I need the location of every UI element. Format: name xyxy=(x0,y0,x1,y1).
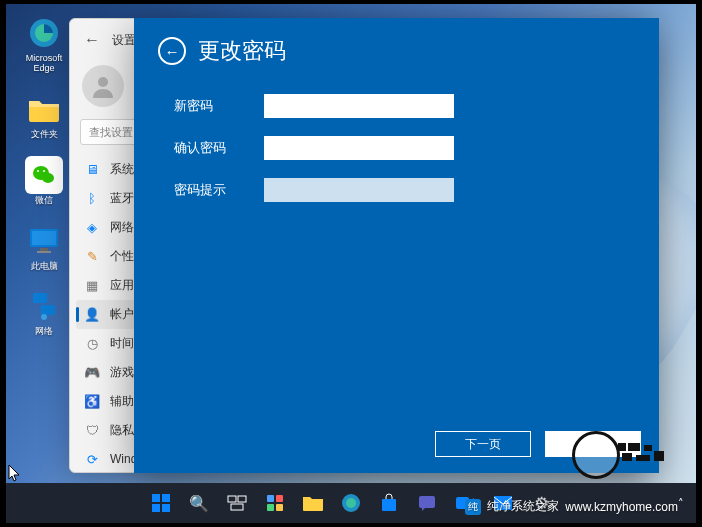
cursor-icon xyxy=(8,464,22,482)
desktop-icon-label: 网络 xyxy=(35,327,53,337)
monitor-icon xyxy=(25,222,63,260)
settings-title: 设置 xyxy=(112,32,136,49)
nav-icon: ▦ xyxy=(84,278,100,294)
svg-rect-17 xyxy=(162,504,170,512)
network-icon xyxy=(25,287,63,325)
nav-icon: ◷ xyxy=(84,336,100,352)
svg-rect-7 xyxy=(32,231,56,245)
svg-rect-11 xyxy=(41,305,55,315)
desktop-icon-label: 微信 xyxy=(35,196,53,206)
chevron-up-icon: ˄ xyxy=(678,497,684,510)
desktop-icon-label: Microsoft Edge xyxy=(15,54,73,74)
field-label: 密码提示 xyxy=(174,181,264,199)
nav-icon: 👤 xyxy=(84,307,100,323)
desktop-icon-folder[interactable]: 文件夹 xyxy=(14,90,74,140)
form-row-0: 新密码 xyxy=(174,94,619,118)
nav-label: 系统 xyxy=(110,161,134,178)
svg-rect-20 xyxy=(231,504,243,510)
taskview-button[interactable] xyxy=(220,486,254,520)
watermark-url: 纯 纯净系统之家 www.kzmyhome.com xyxy=(465,498,678,515)
nav-label: 应用 xyxy=(110,277,134,294)
field-label: 确认密码 xyxy=(174,139,264,157)
svg-rect-21 xyxy=(267,495,274,502)
site-logo-icon: 纯 xyxy=(465,499,481,515)
search-button[interactable]: 🔍 xyxy=(182,486,216,520)
svg-rect-28 xyxy=(419,496,435,508)
start-button[interactable] xyxy=(144,486,178,520)
widgets-button[interactable] xyxy=(258,486,292,520)
nav-label: 游戏 xyxy=(110,364,134,381)
modal-back-button[interactable]: ← xyxy=(158,37,186,65)
password-form: 新密码确认密码密码提示 xyxy=(134,86,659,228)
cancel-button[interactable] xyxy=(545,431,641,457)
svg-rect-22 xyxy=(276,495,283,502)
svg-rect-15 xyxy=(162,494,170,502)
confirm-password-input[interactable] xyxy=(264,136,454,160)
edge-icon xyxy=(25,14,63,52)
nav-icon: 🛡 xyxy=(84,423,100,439)
password-hint-input[interactable] xyxy=(264,178,454,202)
nav-icon: ✎ xyxy=(84,249,100,265)
svg-rect-10 xyxy=(33,293,47,303)
avatar-icon xyxy=(82,65,124,107)
nav-icon: ♿ xyxy=(84,394,100,410)
site-name: 纯净系统之家 xyxy=(487,498,559,515)
desktop-icons: Microsoft Edge 文件夹 微信 此电脑 网络 xyxy=(14,14,74,337)
svg-rect-18 xyxy=(228,496,236,502)
desktop-icon-wechat[interactable]: 微信 xyxy=(14,156,74,206)
svg-rect-23 xyxy=(267,504,274,511)
svg-point-5 xyxy=(43,170,45,172)
explorer-button[interactable] xyxy=(296,486,330,520)
svg-rect-14 xyxy=(152,494,160,502)
modal-title: 更改密码 xyxy=(198,36,286,66)
next-button[interactable]: 下一页 xyxy=(435,431,531,457)
form-row-1: 确认密码 xyxy=(174,136,619,160)
svg-point-3 xyxy=(42,173,54,183)
edge-button[interactable] xyxy=(334,486,368,520)
nav-icon: ᛒ xyxy=(84,191,100,207)
new-password-input[interactable] xyxy=(264,94,454,118)
desktop-icon-edge[interactable]: Microsoft Edge xyxy=(14,14,74,74)
store-button[interactable] xyxy=(372,486,406,520)
nav-icon: ◈ xyxy=(84,220,100,236)
svg-point-4 xyxy=(37,170,39,172)
desktop: Microsoft Edge 文件夹 微信 此电脑 网络 xyxy=(6,4,696,523)
settings-back-button[interactable]: ← xyxy=(82,30,102,50)
desktop-icon-thispc[interactable]: 此电脑 xyxy=(14,222,74,272)
svg-rect-9 xyxy=(37,251,51,253)
site-url: www.kzmyhome.com xyxy=(565,500,678,514)
chat-button[interactable] xyxy=(410,486,444,520)
svg-rect-27 xyxy=(382,499,396,511)
desktop-icon-label: 此电脑 xyxy=(31,262,58,272)
svg-rect-24 xyxy=(276,504,283,511)
search-placeholder: 查找设置 xyxy=(89,125,133,140)
wechat-icon xyxy=(25,156,63,194)
svg-rect-16 xyxy=(152,504,160,512)
modal-header: ← 更改密码 xyxy=(134,18,659,86)
svg-rect-8 xyxy=(40,248,48,251)
svg-point-26 xyxy=(346,498,356,508)
modal-footer: 下一页 xyxy=(435,431,641,457)
change-password-modal: ← 更改密码 新密码确认密码密码提示 下一页 xyxy=(134,18,659,473)
desktop-icon-network[interactable]: 网络 xyxy=(14,287,74,337)
system-tray[interactable]: ˄ xyxy=(678,497,684,510)
svg-point-12 xyxy=(41,314,47,320)
nav-icon: ⟳ xyxy=(84,451,100,467)
svg-point-13 xyxy=(98,77,108,87)
field-label: 新密码 xyxy=(174,97,264,115)
form-row-2: 密码提示 xyxy=(174,178,619,202)
nav-icon: 🖥 xyxy=(84,162,100,178)
nav-icon: 🎮 xyxy=(84,365,100,381)
svg-rect-19 xyxy=(238,496,246,502)
search-icon: 🔍 xyxy=(189,494,209,513)
folder-icon xyxy=(25,90,63,128)
nav-label: 帐户 xyxy=(110,306,134,323)
desktop-icon-label: 文件夹 xyxy=(31,130,58,140)
